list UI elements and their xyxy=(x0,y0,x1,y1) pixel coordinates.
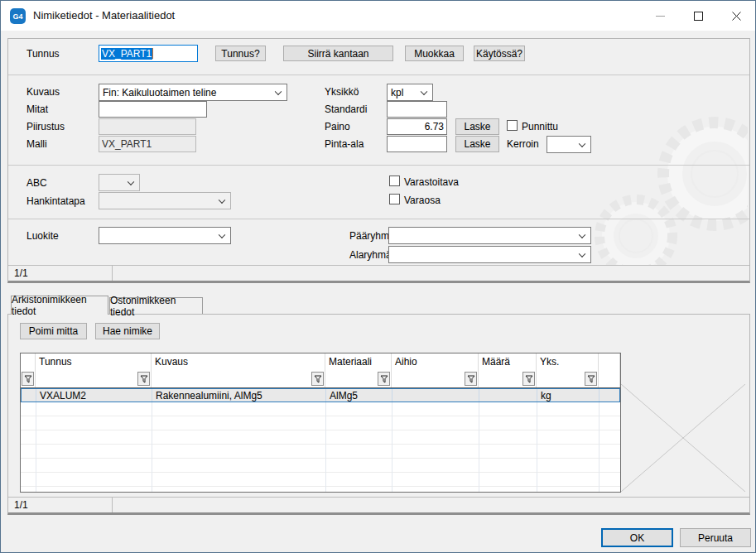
paaryhma-combobox[interactable] xyxy=(388,227,591,244)
paino-input[interactable] xyxy=(387,118,447,135)
separator xyxy=(8,219,749,219)
chevron-down-icon xyxy=(579,140,585,147)
cell-materiaali: AlMg5 xyxy=(326,389,392,402)
piirustus-input xyxy=(99,118,196,135)
yksikko-combobox[interactable]: kpl xyxy=(387,84,433,101)
filter-button-yks[interactable] xyxy=(585,372,597,386)
tunnus-label: Tunnus xyxy=(26,48,60,60)
abc-combobox[interactable] xyxy=(99,174,140,191)
chevron-down-icon xyxy=(219,231,225,238)
punnittu-checkbox[interactable] xyxy=(507,120,518,131)
siirra-kantaan-button[interactable]: Siirrä kantaan xyxy=(283,46,393,61)
kerroin-combobox[interactable] xyxy=(547,136,591,153)
chevron-down-icon xyxy=(275,88,282,94)
column-header-maara[interactable]: Määrä xyxy=(479,353,537,370)
material-table: Tunnus Kuvaus Materiaali Aihio Määrä Yks… xyxy=(20,353,621,493)
hankintatapa-label: Hankintatapa xyxy=(26,195,85,207)
separator xyxy=(8,165,749,166)
filter-funnel-icon xyxy=(587,375,595,383)
kerroin-label: Kerroin xyxy=(507,138,539,150)
record-pager: 1/1 xyxy=(14,267,28,279)
pinta-ala-input[interactable] xyxy=(387,136,447,152)
peruuta-button[interactable]: Peruuta xyxy=(680,528,751,547)
chevron-down-icon xyxy=(579,231,585,238)
table-empty-rows xyxy=(21,402,620,492)
table-header-row: Tunnus Kuvaus Materiaali Aihio Määrä Yks… xyxy=(21,353,620,370)
cell-tunnus: VXALUM2 xyxy=(36,389,152,402)
filter-button-tunnus[interactable] xyxy=(137,372,150,386)
kuvaus-label: Kuvaus xyxy=(26,86,60,98)
minimize-icon xyxy=(656,16,665,17)
piirustus-label: Piirustus xyxy=(26,121,65,132)
muokkaa-button[interactable]: Muokkaa xyxy=(405,46,464,61)
maximize-icon xyxy=(694,12,703,21)
paino-label: Paino xyxy=(325,121,350,132)
tab-ostonimikkeen-tiedot[interactable]: Ostonimikkeen tiedot xyxy=(109,297,203,314)
pager-divider xyxy=(112,498,113,512)
item-data-group: Tunnus VX_PART1 Tunnus? Siirrä kantaan M… xyxy=(7,38,750,283)
chevron-down-icon xyxy=(579,250,585,257)
empty-preview-placeholder xyxy=(621,384,745,492)
filter-button-selector[interactable] xyxy=(22,372,34,386)
tunnus-selected-text: VX_PART1 xyxy=(101,48,152,60)
dialog-window: G4 Nimiketiedot - Materiaalitiedot xyxy=(0,0,756,553)
alaryhma-combobox[interactable] xyxy=(388,246,591,263)
hae-nimike-button[interactable]: Hae nimike xyxy=(95,323,160,339)
poimi-mitta-button[interactable]: Poimi mitta xyxy=(20,323,87,339)
filter-funnel-icon xyxy=(24,375,32,383)
filter-funnel-icon xyxy=(467,375,475,383)
cell-aihio xyxy=(392,389,479,402)
standardi-label: Standardi xyxy=(325,103,367,115)
g4-app-icon: G4 xyxy=(10,8,26,24)
close-button[interactable] xyxy=(717,1,755,31)
column-header-aihio[interactable]: Aihio xyxy=(392,353,479,370)
window-title: Nimiketiedot - Materiaalitiedot xyxy=(33,9,175,22)
cell-kuvaus: Rakennealumiini, AlMg5 xyxy=(152,389,326,402)
minimize-button[interactable] xyxy=(641,1,679,31)
titlebar[interactable]: G4 Nimiketiedot - Materiaalitiedot xyxy=(1,1,755,31)
hankintatapa-combobox[interactable] xyxy=(99,192,231,209)
maximize-button[interactable] xyxy=(679,1,717,31)
kaytossa-query-button[interactable]: Käytössä? xyxy=(474,46,525,61)
laske-paino-button[interactable]: Laske xyxy=(455,118,499,135)
tunnus-query-button[interactable]: Tunnus? xyxy=(215,46,266,61)
text-caret xyxy=(152,48,153,59)
mitat-input[interactable] xyxy=(99,101,207,118)
standardi-input[interactable] xyxy=(387,101,447,118)
filter-button-kuvaus[interactable] xyxy=(311,372,324,386)
close-icon xyxy=(732,12,741,21)
malli-label: Malli xyxy=(26,138,47,150)
tab-arkistonimikkeen-tiedot[interactable]: Arkistonimikkeen tiedot xyxy=(11,296,108,315)
ok-button[interactable]: OK xyxy=(601,528,673,547)
tunnus-input[interactable]: VX_PART1 xyxy=(99,45,198,62)
filter-funnel-icon xyxy=(314,375,322,383)
column-header-tunnus[interactable]: Tunnus xyxy=(36,353,152,370)
malli-input xyxy=(99,136,196,152)
luokite-combobox[interactable] xyxy=(99,227,231,244)
filter-button-maara[interactable] xyxy=(522,372,535,386)
row-selector-cell xyxy=(22,389,36,402)
varaosa-label: Varaosa xyxy=(404,195,441,206)
abc-label: ABC xyxy=(26,177,47,189)
punnittu-label: Punnittu xyxy=(522,121,558,132)
mitat-label: Mitat xyxy=(26,103,48,115)
varaosa-checkbox[interactable] xyxy=(389,194,400,204)
column-header-yks[interactable]: Yks. xyxy=(537,353,599,370)
chevron-down-icon xyxy=(128,178,134,185)
yksikko-value: kpl xyxy=(391,87,403,99)
filter-button-aihio[interactable] xyxy=(465,372,477,386)
varastoitava-checkbox[interactable] xyxy=(389,176,400,186)
cell-maara xyxy=(479,389,537,402)
table-row-selected[interactable]: VXALUM2 Rakennealumiini, AlMg5 AlMg5 kg xyxy=(21,388,620,402)
filter-button-materiaali[interactable] xyxy=(378,372,390,386)
table-filter-row xyxy=(21,370,620,388)
column-header-materiaali[interactable]: Materiaali xyxy=(325,353,392,370)
kuvaus-combobox[interactable]: Fin: Kaikuluotaimen teline xyxy=(99,84,287,101)
laske-pinta-ala-button[interactable]: Laske xyxy=(455,136,499,152)
pager-divider xyxy=(112,266,113,281)
kuvaus-value: Fin: Kaikuluotaimen teline xyxy=(103,87,216,99)
column-header-kuvaus[interactable]: Kuvaus xyxy=(152,353,325,370)
chevron-down-icon xyxy=(219,196,225,203)
luokite-label: Luokite xyxy=(26,230,59,242)
chevron-down-icon xyxy=(421,88,427,94)
